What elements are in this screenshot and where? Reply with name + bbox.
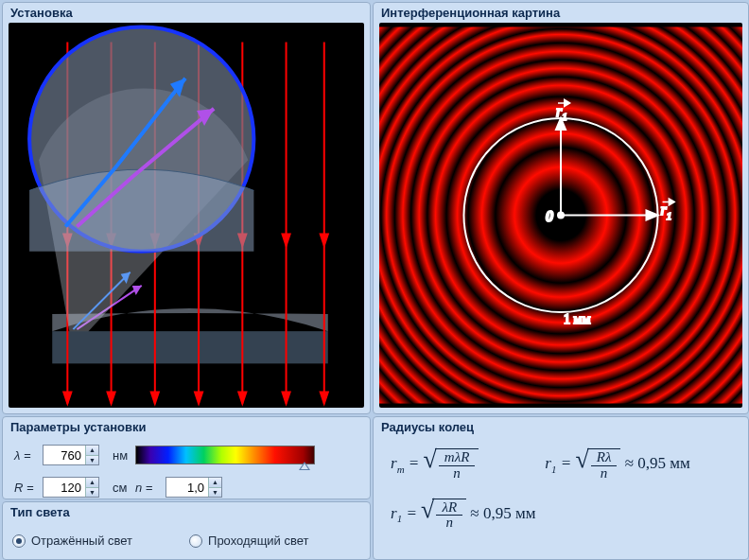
svg-marker-19 xyxy=(321,235,328,246)
svg-marker-20 xyxy=(321,392,328,403)
scale-label: 1 мм xyxy=(564,311,590,326)
n-input[interactable] xyxy=(166,478,208,497)
setup-canvas-container xyxy=(9,23,364,408)
panel-light-type: Тип света Отражённый свет Проходящий све… xyxy=(2,501,371,560)
n-label: n = xyxy=(135,481,162,495)
radio-dot-icon xyxy=(12,534,26,548)
lambda-spinner[interactable]: ▲▼ xyxy=(43,445,99,465)
lambda-input[interactable] xyxy=(44,446,85,464)
lambda-step-arrows[interactable]: ▲▼ xyxy=(85,446,98,464)
origin-label: 0 xyxy=(546,208,553,224)
down-arrow-icon: ▼ xyxy=(86,456,98,465)
down-arrow-icon: ▼ xyxy=(86,488,98,498)
panel-light-title: Тип света xyxy=(3,502,370,522)
svg-point-32 xyxy=(558,212,564,218)
panel-radii: Радиусы колец rm = √mλRn r1 = √Rλn ≈ 0,9… xyxy=(373,416,749,560)
R-label: R = xyxy=(14,481,39,495)
panel-pattern-title: Интерференционная картина xyxy=(374,3,748,23)
params-body: λ = ▲▼ нм R = ▲▼ см n = ▲▼ xyxy=(3,437,370,499)
R-spinner[interactable]: ▲▼ xyxy=(43,477,99,498)
svg-marker-8 xyxy=(151,392,159,403)
lambda-label: λ = xyxy=(14,448,39,463)
svg-marker-16 xyxy=(283,235,290,246)
n-step-arrows[interactable]: ▲▼ xyxy=(208,478,221,497)
lambda-unit: нм xyxy=(113,448,131,463)
svg-marker-5 xyxy=(108,392,115,403)
R-input[interactable] xyxy=(44,478,85,497)
formula-r1-long: r1 = √λRn ≈ 0,95 мм xyxy=(391,504,535,522)
svg-marker-17 xyxy=(283,392,290,403)
newton-rings: 0 r1 r1 1 мм xyxy=(379,23,742,408)
panel-setup-title: Установка xyxy=(3,3,370,23)
loupe xyxy=(29,26,253,251)
spectrum-bar xyxy=(135,446,315,464)
pattern-canvas-container: 0 r1 r1 1 мм xyxy=(379,23,742,408)
up-arrow-icon: ▲ xyxy=(86,446,98,456)
R-unit: см xyxy=(113,481,131,495)
wavelength-spectrum-slider[interactable] xyxy=(135,446,315,464)
up-arrow-icon: ▲ xyxy=(209,478,221,488)
setup-diagram xyxy=(9,23,364,408)
svg-marker-11 xyxy=(195,392,202,403)
radio-reflected-label: Отражённый свет xyxy=(31,534,132,548)
up-arrow-icon: ▲ xyxy=(86,478,98,488)
down-arrow-icon: ▼ xyxy=(209,488,221,498)
panel-params-title: Параметры установки xyxy=(3,417,370,437)
light-body: Отражённый свет Проходящий свет xyxy=(3,522,370,559)
n-spinner[interactable]: ▲▼ xyxy=(165,477,222,498)
formula-rm: rm = √mλRn xyxy=(391,448,479,481)
svg-marker-2 xyxy=(63,392,71,403)
svg-marker-14 xyxy=(238,392,246,403)
radio-transmitted-label: Проходящий свет xyxy=(208,534,308,548)
panel-pattern: Интерференционная картина xyxy=(373,2,749,414)
radii-body: rm = √mλRn r1 = √Rλn ≈ 0,95 мм r1 = √λRn… xyxy=(374,437,748,559)
panel-params: Параметры установки λ = ▲▼ нм R = ▲▼ см … xyxy=(2,416,371,499)
radio-reflected[interactable]: Отражённый свет xyxy=(12,534,132,548)
panel-radii-title: Радиусы колец xyxy=(374,417,748,437)
panel-setup: Установка xyxy=(2,2,371,414)
spectrum-thumb[interactable] xyxy=(299,462,310,470)
radio-dot-icon xyxy=(189,534,202,548)
R-step-arrows[interactable]: ▲▼ xyxy=(85,478,98,497)
radio-transmitted[interactable]: Проходящий свет xyxy=(189,534,308,548)
formula-r1-short: r1 = √Rλn ≈ 0,95 мм xyxy=(545,448,689,481)
